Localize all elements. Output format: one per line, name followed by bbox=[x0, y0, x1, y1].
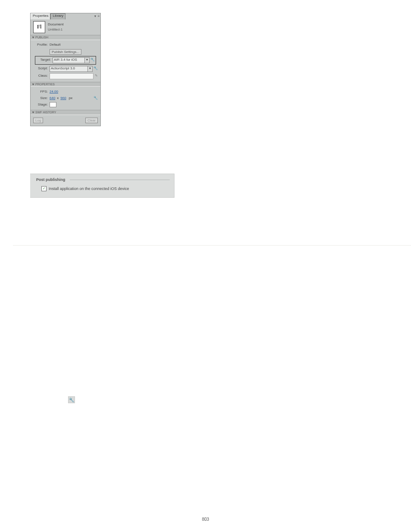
post-publishing-title-row: Post publishing bbox=[36, 177, 170, 182]
document-row: Fl Document Untitled-1 bbox=[31, 19, 100, 35]
script-select[interactable]: ActionScript 3.0 bbox=[50, 66, 88, 72]
install-ios-label: Install application on the connected iOS… bbox=[49, 187, 129, 191]
size-wrench-icon[interactable]: 🔧 bbox=[93, 96, 98, 100]
fl-logo: Fl bbox=[33, 21, 45, 33]
panel-menu-icon[interactable]: ≡ bbox=[97, 13, 100, 19]
script-dropdown-icon[interactable]: ▾ bbox=[88, 66, 93, 72]
install-ios-checkbox[interactable]: ✓ bbox=[41, 186, 47, 191]
class-edit-icon[interactable]: ✎ bbox=[95, 74, 98, 78]
panel-tabbar: Properties Library ▾ ≡ bbox=[31, 13, 100, 19]
size-width[interactable]: 640 bbox=[50, 96, 55, 100]
section-title-properties: PROPERTIES bbox=[35, 83, 55, 86]
stage-label: Stage: bbox=[33, 103, 48, 107]
section-body-properties: FPS: 24.00 Size: 640 x 960 px 🔧 Stage: bbox=[31, 87, 100, 110]
target-highlight-box: Target: AIR 3.4 for iOS ▾ 🔧 bbox=[35, 56, 96, 65]
target-dropdown-icon[interactable]: ▾ bbox=[85, 57, 90, 63]
document-label: Document bbox=[48, 23, 63, 27]
section-head-swf-history[interactable]: SWF HISTORY bbox=[31, 110, 100, 115]
wrench-icon[interactable]: 🔧 bbox=[68, 396, 75, 403]
class-input[interactable] bbox=[50, 73, 93, 79]
size-label: Size: bbox=[33, 96, 48, 100]
clear-button[interactable]: Clear bbox=[85, 118, 98, 123]
script-wrench-icon[interactable]: 🔧 bbox=[93, 67, 98, 71]
fps-label: FPS: bbox=[33, 90, 48, 94]
section-title-swf-history: SWF HISTORY bbox=[35, 111, 56, 114]
size-height[interactable]: 960 bbox=[60, 96, 66, 100]
stage-color-swatch[interactable] bbox=[50, 102, 56, 107]
script-label: Script: bbox=[33, 67, 48, 71]
disclosure-icon bbox=[32, 84, 34, 85]
post-publishing-panel: Post publishing ✓ Install application on… bbox=[30, 174, 174, 198]
target-label: Target: bbox=[36, 58, 51, 62]
page-number: 803 bbox=[0, 517, 411, 522]
disclosure-icon bbox=[32, 37, 34, 38]
tab-properties[interactable]: Properties bbox=[31, 13, 50, 19]
fps-value[interactable]: 24.00 bbox=[50, 90, 58, 94]
size-px: px bbox=[69, 96, 72, 100]
section-body-publish: Profile: Default Publish Settings... Tar… bbox=[31, 40, 100, 82]
profile-label: Profile: bbox=[33, 43, 48, 47]
target-select[interactable]: AIR 3.4 for iOS bbox=[53, 57, 85, 63]
profile-value: Default bbox=[50, 43, 60, 47]
publish-settings-button[interactable]: Publish Settings... bbox=[50, 49, 81, 55]
section-head-publish[interactable]: PUBLISH bbox=[31, 35, 100, 40]
target-wrench-icon[interactable]: 🔧 bbox=[90, 58, 95, 62]
properties-panel: Properties Library ▾ ≡ Fl Document Untit… bbox=[30, 13, 101, 126]
panel-collapse-icon[interactable]: ▾ bbox=[93, 13, 97, 19]
disclosure-icon bbox=[32, 112, 34, 113]
log-button[interactable]: Log bbox=[33, 118, 43, 123]
document-titles: Document Untitled-1 bbox=[48, 23, 63, 32]
size-x: x bbox=[57, 96, 59, 100]
class-label: Class: bbox=[33, 74, 48, 78]
tab-library[interactable]: Library bbox=[50, 13, 65, 19]
post-publishing-divider bbox=[70, 180, 170, 180]
section-body-swf-history: Log Clear bbox=[31, 115, 100, 126]
tab-fill bbox=[65, 13, 93, 19]
page-divider bbox=[13, 245, 411, 246]
section-title-publish: PUBLISH bbox=[35, 36, 48, 39]
section-head-properties[interactable]: PROPERTIES bbox=[31, 82, 100, 87]
install-ios-row: ✓ Install application on the connected i… bbox=[41, 186, 170, 191]
post-publishing-title: Post publishing bbox=[36, 177, 65, 182]
document-name: Untitled-1 bbox=[48, 28, 63, 32]
